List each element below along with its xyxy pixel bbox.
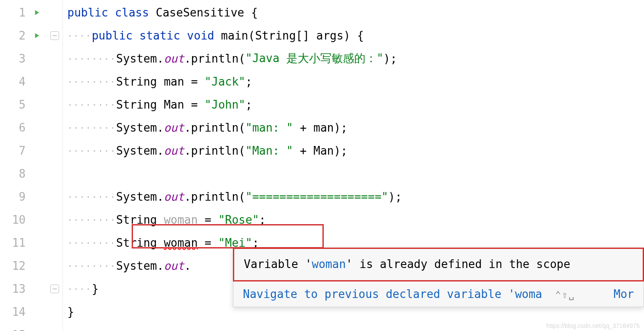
- line-number-2[interactable]: 2 −: [0, 24, 63, 47]
- text: System.: [116, 190, 164, 203]
- params: (String[] args) {: [248, 29, 364, 42]
- indent-dots: ········: [67, 215, 116, 225]
- string: "Rose": [218, 213, 259, 226]
- string: "John": [205, 98, 246, 111]
- var: man: [164, 75, 184, 88]
- text: ;: [252, 236, 259, 249]
- line-number-1[interactable]: 1: [0, 1, 63, 24]
- text: .println(: [184, 52, 246, 65]
- indent-dots: ········: [67, 76, 116, 87]
- more-actions-link[interactable]: Mor: [614, 288, 634, 301]
- error-tooltip: Variable 'woman' is already defined in t…: [233, 248, 644, 307]
- keyword: public: [92, 29, 133, 42]
- line-num: 12: [12, 259, 26, 272]
- text: );: [388, 190, 402, 203]
- line-number-8[interactable]: 8: [0, 162, 63, 185]
- type: String: [116, 75, 164, 88]
- line-number-6[interactable]: 6: [0, 116, 63, 139]
- line-num: 3: [19, 52, 26, 65]
- code-line-3[interactable]: ········System.out.println("Java 是大小写敏感的…: [63, 47, 644, 70]
- code-line-5[interactable]: ········String Man = "John";: [63, 93, 644, 116]
- text: =: [184, 98, 205, 111]
- shortcut-hint: ⌃⇧␣: [555, 289, 575, 300]
- gutter: 1 2 − 3 4 5 6 7 8 9 10 11 12 13 − 14 15: [0, 0, 63, 331]
- string: "===================": [246, 190, 388, 203]
- text: ;: [259, 213, 266, 226]
- indent-dots: ········: [67, 53, 116, 64]
- run-icon[interactable]: [32, 8, 41, 17]
- brace: {: [244, 6, 258, 19]
- field: out: [164, 121, 184, 134]
- line-num: 10: [12, 213, 26, 226]
- text: =: [198, 213, 218, 226]
- type: String: [116, 98, 164, 111]
- string: "Jack": [205, 75, 246, 88]
- line-num: 6: [19, 121, 26, 134]
- indent-dots: ········: [67, 146, 116, 156]
- string: "man: ": [246, 121, 293, 134]
- line-number-9[interactable]: 9: [0, 185, 63, 208]
- tooltip-message: Variable 'woman' is already defined in t…: [233, 248, 644, 281]
- indent-dots: ····: [67, 284, 92, 294]
- code-line-1[interactable]: public class CaseSensitive {: [63, 1, 644, 24]
- string: "Mei": [218, 236, 252, 249]
- line-num: 14: [12, 305, 26, 318]
- field: out: [164, 259, 184, 272]
- keyword: class: [115, 6, 149, 19]
- text: System.: [116, 259, 164, 272]
- text: .println(: [184, 190, 246, 203]
- code-line-6[interactable]: ········System.out.println("man: " + man…: [63, 116, 644, 139]
- field: out: [164, 144, 184, 157]
- line-number-13[interactable]: 13 −: [0, 277, 63, 300]
- line-number-7[interactable]: 7: [0, 139, 63, 162]
- brace: }: [92, 282, 99, 295]
- line-num: 8: [19, 167, 26, 180]
- text: System.: [116, 52, 164, 65]
- fold-minus-icon[interactable]: −: [50, 31, 59, 40]
- text: + Man);: [293, 144, 347, 157]
- line-num: 9: [19, 190, 26, 203]
- watermark: https://blog.csdn.net/qq_37164975: [546, 322, 640, 329]
- navigate-link[interactable]: Navigate to previous declared variable '…: [243, 288, 542, 301]
- line-number-15[interactable]: 15: [0, 323, 63, 331]
- class-name: CaseSensitive: [156, 6, 245, 19]
- line-number-5[interactable]: 5: [0, 93, 63, 116]
- field: out: [164, 52, 184, 65]
- keyword: static: [139, 29, 180, 42]
- line-num: 11: [12, 236, 26, 249]
- tooltip-var: woman: [312, 258, 346, 271]
- code-line-4[interactable]: ········String man = "Jack";: [63, 70, 644, 93]
- string: "Java 是大小写敏感的：": [246, 51, 384, 66]
- fold-minus-icon[interactable]: −: [50, 285, 59, 293]
- line-number-3[interactable]: 3: [0, 47, 63, 70]
- line-number-12[interactable]: 12: [0, 254, 63, 277]
- type: String: [116, 236, 164, 249]
- code-line-2[interactable]: ····public static void main(String[] arg…: [63, 24, 644, 47]
- string: "Man: ": [246, 144, 293, 157]
- line-num: 7: [19, 144, 26, 157]
- text: System.: [116, 144, 164, 157]
- text: .: [184, 259, 191, 272]
- line-num: 13: [12, 282, 26, 295]
- indent-dots: ····: [67, 30, 92, 41]
- indent-dots: ········: [67, 192, 116, 202]
- code-line-10[interactable]: ········String woman = "Rose";: [63, 208, 644, 231]
- line-number-11[interactable]: 11: [0, 231, 63, 254]
- line-num: 15: [12, 328, 26, 331]
- code-line-8[interactable]: [63, 162, 644, 185]
- text: System.: [116, 121, 164, 134]
- code-line-7[interactable]: ········System.out.println("Man: " + Man…: [63, 139, 644, 162]
- keyword: public: [67, 6, 108, 19]
- text: );: [383, 52, 397, 65]
- run-icon[interactable]: [32, 31, 41, 40]
- text: .println(: [184, 144, 246, 157]
- line-num: 1: [19, 6, 26, 19]
- line-number-10[interactable]: 10: [0, 208, 63, 231]
- line-number-4[interactable]: 4: [0, 70, 63, 93]
- indent-dots: ········: [67, 238, 116, 248]
- indent-dots: ········: [67, 122, 116, 133]
- line-number-14[interactable]: 14: [0, 300, 63, 323]
- code-line-9[interactable]: ········System.out.println("============…: [63, 185, 644, 208]
- line-num: 5: [19, 98, 26, 111]
- var-error: woman: [164, 236, 198, 249]
